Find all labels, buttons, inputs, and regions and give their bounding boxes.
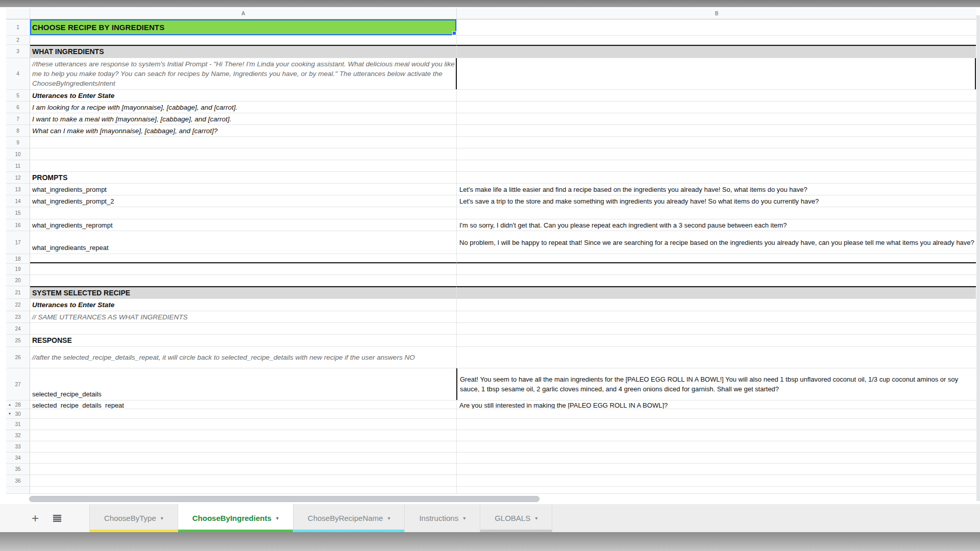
cell-a4[interactable]: //these utterances are response to syste… [30, 58, 457, 89]
add-sheet-button[interactable]: + [32, 512, 39, 524]
row-header[interactable]: 13 [6, 184, 30, 195]
tab-globals[interactable]: GLOBALS▾ [480, 504, 552, 532]
row-header[interactable]: 19 [6, 264, 30, 274]
cell-b36[interactable] [457, 475, 976, 486]
cell-b12[interactable] [457, 172, 976, 183]
row-header[interactable]: 24 [6, 323, 30, 334]
tab-chosebyrecipename[interactable]: ChoseByRecipeName▾ [293, 504, 405, 532]
cell-a1[interactable]: CHOOSE RECIPE BY INGREDIENTS [30, 19, 457, 35]
cell-a12[interactable]: PROMPTS [30, 172, 457, 183]
cell-b14[interactable]: Let's save a trip to the store and make … [457, 195, 976, 207]
column-header-a[interactable]: A [30, 8, 457, 19]
cell-b23[interactable] [457, 311, 976, 322]
cell-b5[interactable] [457, 90, 976, 101]
vertical-scrollbar-area[interactable] [976, 15, 980, 501]
cell-a25[interactable]: RESPONSE [30, 335, 457, 346]
tab-dropdown-icon[interactable]: ▾ [387, 515, 390, 521]
cell-a7[interactable]: I want to make a meal with [mayonnaise],… [30, 113, 457, 124]
cell-a28[interactable]: selected_recipe_details_repeat [30, 400, 457, 409]
row-header[interactable]: 36 [6, 475, 30, 486]
row-header[interactable]: 6 [6, 102, 30, 113]
cell-b2[interactable] [457, 36, 976, 44]
row-header[interactable]: 20 [6, 275, 30, 286]
row-header[interactable]: 25 [6, 335, 30, 346]
cell-a8[interactable]: What can I make with [mayonnaise], [cabb… [30, 125, 457, 136]
tab-choosebyingredients[interactable]: ChooseByIngredients▾ [178, 504, 293, 532]
fill-handle[interactable] [452, 31, 456, 35]
cell-b31[interactable] [457, 419, 976, 430]
cell-a33[interactable] [30, 441, 457, 452]
cell-a21[interactable]: SYSTEM SELECTED RECIPE [30, 286, 457, 298]
row-header[interactable]: 5 [6, 90, 30, 101]
cell-a17[interactable]: what_ingredieants_repeat [30, 231, 457, 254]
cell-b30[interactable] [457, 409, 976, 418]
unhide-rows-down-icon[interactable]: ▼ [8, 412, 11, 415]
cell-b26[interactable] [457, 347, 976, 368]
row-header[interactable]: 7 [6, 113, 30, 124]
cell-a15[interactable] [30, 207, 457, 219]
row-header[interactable]: 11 [6, 160, 30, 171]
cell-b22[interactable] [457, 299, 976, 311]
row-header[interactable]: 21 [6, 286, 30, 298]
tab-choosebytype[interactable]: ChooseByType▾ [89, 504, 178, 532]
cell-b17[interactable]: No problem, I will be happy to repeat th… [457, 231, 976, 254]
cell-b4[interactable] [457, 58, 976, 89]
row-header[interactable] [6, 487, 30, 493]
corner-box[interactable] [6, 8, 30, 19]
cell-a[interactable] [30, 487, 457, 493]
row-header[interactable]: 8 [6, 125, 30, 136]
cell-a32[interactable] [30, 430, 457, 441]
cell-a31[interactable] [30, 419, 457, 430]
cell-a30[interactable] [30, 409, 457, 418]
cell-a5[interactable]: Utterances to Enter State [30, 90, 457, 101]
cell-b34[interactable] [457, 453, 976, 463]
cell-a16[interactable]: what_ingredients_reprompt [30, 219, 457, 231]
cell-b20[interactable] [457, 275, 976, 286]
cell-b11[interactable] [457, 160, 976, 171]
tab-dropdown-icon[interactable]: ▾ [463, 515, 465, 521]
tab-dropdown-icon[interactable]: ▾ [535, 515, 537, 521]
row-header[interactable]: 33 [6, 441, 30, 452]
row-header[interactable]: 35 [6, 464, 30, 474]
row-header[interactable]: 34 [6, 453, 30, 463]
column-header-b[interactable]: B [457, 8, 976, 19]
cell-a34[interactable] [30, 453, 457, 463]
cell-a2[interactable] [30, 36, 457, 44]
cell-b25[interactable] [457, 335, 976, 346]
cell-b8[interactable] [457, 125, 976, 136]
row-header[interactable]: 18 [6, 254, 30, 263]
cell-a36[interactable] [30, 475, 457, 486]
cell-b21[interactable] [457, 286, 976, 298]
cell-a14[interactable]: what_ingredients_prompt_2 [30, 195, 457, 207]
cell-b1[interactable] [457, 19, 976, 35]
cell-b32[interactable] [457, 430, 976, 441]
tab-dropdown-icon[interactable]: ▾ [276, 515, 279, 521]
cell-b35[interactable] [457, 464, 976, 474]
cell-a23[interactable]: // SAME UTTERANCES AS WHAT INGREDIENTS [30, 311, 457, 322]
tab-dropdown-icon[interactable]: ▾ [161, 515, 163, 521]
row-header[interactable]: 16 [6, 219, 30, 231]
cell-b3[interactable] [457, 45, 976, 58]
row-header[interactable]: ▲28 [6, 400, 30, 409]
cell-b15[interactable] [457, 207, 976, 219]
row-header[interactable]: 27 [6, 368, 30, 400]
cell-b13[interactable]: Let's make life a little easier and find… [457, 184, 976, 195]
cell-a3[interactable]: WHAT INGREDIENTS [30, 45, 457, 58]
row-header[interactable]: 4 [6, 58, 30, 89]
cell-b16[interactable]: I'm so sorry, I didn't get that. Can you… [457, 219, 976, 231]
cell-a6[interactable]: I am looking for a recipe with [mayonnai… [30, 102, 457, 113]
cell-b9[interactable] [457, 137, 976, 148]
cell-a10[interactable] [30, 148, 457, 160]
row-header[interactable]: 12 [6, 172, 30, 183]
cell-b18[interactable] [457, 254, 976, 263]
cell-b6[interactable] [457, 102, 976, 113]
row-header[interactable]: 1 [6, 19, 30, 35]
cell-b19[interactable] [457, 264, 976, 274]
row-header[interactable]: ▼30 [6, 409, 30, 418]
cell-b24[interactable] [457, 323, 976, 334]
all-sheets-button[interactable] [53, 515, 61, 522]
row-header[interactable]: 9 [6, 137, 30, 148]
row-header[interactable]: 3 [6, 45, 30, 58]
cell-a22[interactable]: Utterances to Enter State [30, 299, 457, 311]
cell-b27[interactable]: Great! You seem to have all the main ing… [456, 368, 975, 400]
